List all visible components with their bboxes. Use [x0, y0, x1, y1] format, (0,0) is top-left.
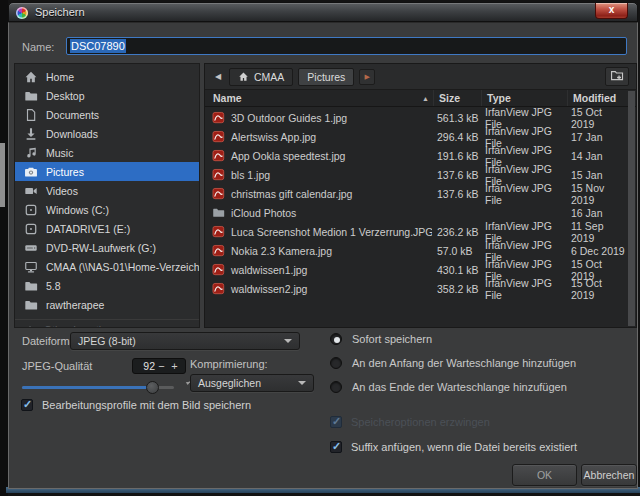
sidebar-item-label: Videos — [46, 185, 78, 197]
file-name: Luca Screenshot Medion 1 Verzerrung.JPG — [231, 226, 432, 238]
sidebar-item-label: 5.8 — [46, 280, 61, 292]
file-name: waldwissen2.jpg — [231, 283, 307, 295]
radio-button[interactable] — [330, 357, 342, 369]
radio-an-den-anfang-der-warteschlange-hinzuf-gen[interactable]: An den Anfang der Warteschlange hinzufüg… — [330, 355, 576, 371]
sidebar-item-pictures[interactable]: Pictures — [15, 162, 199, 181]
file-size: 296.4 kB — [432, 131, 480, 143]
sidebar-item-datadrive1-e[interactable]: DATADRIVE1 (E:) — [15, 219, 199, 238]
file-format-dropdown[interactable]: JPEG (8-bit) — [70, 332, 300, 350]
jpg-file-icon — [212, 130, 225, 143]
download-icon — [24, 127, 38, 141]
music-icon — [24, 146, 38, 160]
file-size: 57.0 kB — [432, 245, 480, 257]
sidebar-item-label: DVD-RW-Laufwerk (G:) — [46, 242, 156, 254]
breadcrumb-root[interactable]: CMAA — [229, 68, 293, 86]
column-header-name[interactable]: Name ▲ — [205, 92, 433, 104]
file-name: Alertswiss App.jpg — [231, 131, 316, 143]
save-profile-checkbox[interactable] — [21, 399, 33, 411]
radio-label: An das Ende der Warteschlange hinzufügen — [352, 381, 567, 393]
breadcrumb-current[interactable]: Pictures — [298, 68, 354, 86]
column-header-type[interactable]: Type — [481, 90, 567, 106]
radio-button[interactable] — [330, 333, 342, 345]
table-row[interactable]: waldwissen2.jpg358.2 kBIrfanView JPG Fil… — [205, 279, 628, 298]
file-size: 561.3 kB — [432, 112, 480, 124]
radio-sofort-speichern[interactable]: Sofort speichern — [330, 331, 576, 347]
file-modified: 16 Jan — [566, 207, 628, 219]
background-app-highlight — [0, 143, 5, 207]
file-size: 430.1 kB — [432, 264, 480, 276]
jpg-file-icon — [212, 111, 225, 124]
file-size: 191.6 kB — [432, 150, 480, 162]
sidebar-item-documents[interactable]: Documents — [15, 105, 199, 124]
file-format-value: JPEG (8-bit) — [78, 335, 136, 347]
jpg-file-icon — [212, 168, 225, 181]
sidebar-item-dvd-rw-laufwerk-g[interactable]: DVD-RW-Laufwerk (G:) — [15, 238, 199, 257]
file-modified: 15 Oct 2019 — [566, 277, 628, 301]
decrement-button[interactable]: − — [155, 359, 168, 373]
column-header-modified[interactable]: Modified — [567, 90, 629, 106]
force-options-label: Speicheroptionen erzwingen — [351, 416, 490, 428]
force-options-checkbox-row: Speicheroptionen erzwingen — [330, 416, 490, 428]
sidebar-item-label: Pictures — [46, 166, 84, 178]
folder-icon — [24, 298, 38, 312]
column-header-size[interactable]: Size — [433, 90, 481, 106]
file-name: bls 1.jpg — [231, 169, 270, 181]
chevron-down-icon — [284, 339, 292, 343]
sidebar-item-label: Downloads — [46, 128, 98, 140]
jpeg-quality-slider[interactable] — [22, 381, 174, 394]
sidebar-item-downloads[interactable]: Downloads — [15, 124, 199, 143]
titlebar[interactable]: Speichern x — [8, 2, 638, 22]
filename-input[interactable]: DSC07890 — [66, 37, 627, 55]
sidebar-item-5-8[interactable]: 5.8 — [15, 276, 199, 295]
slider-thumb[interactable] — [146, 381, 159, 394]
sidebar-item-other-locations[interactable]: Other Locations — [15, 319, 199, 328]
file-browser-pane: ◀ CMAA Pictures ▶ Name ▲ Size Type Modif — [204, 63, 637, 328]
file-size: 137.6 kB — [432, 169, 480, 181]
sidebar-item-videos[interactable]: Videos — [15, 181, 199, 200]
jpg-file-icon — [212, 282, 225, 295]
back-arrow-icon[interactable]: ◀ — [212, 72, 224, 81]
forward-arrow-button[interactable]: ▶ — [359, 69, 375, 85]
new-folder-button[interactable] — [605, 67, 629, 86]
window-title: Speichern — [35, 6, 85, 18]
sidebar-list: HomeDesktopDocumentsDownloadsMusicPictur… — [15, 67, 199, 314]
queue-radio-group: Sofort speichernAn den Anfang der Wartes… — [330, 331, 576, 403]
app-icon — [16, 7, 28, 19]
close-button[interactable]: x — [595, 3, 628, 19]
table-row[interactable]: christmas gift calendar.jpg137.6 kBIrfan… — [205, 184, 628, 203]
save-profile-label: Bearbeitungsprofile mit dem Bild speiche… — [42, 399, 251, 411]
suffix-label: Suffix anfügen, wenn die Datei bereits e… — [351, 441, 577, 453]
jpg-file-icon — [212, 187, 225, 200]
sidebar-item-rawtherapee[interactable]: rawtherapee — [15, 295, 199, 314]
file-list-scrollbar[interactable] — [628, 91, 635, 326]
jpeg-quality-spinner[interactable]: 92 − + — [132, 358, 186, 374]
sidebar-item-desktop[interactable]: Desktop — [15, 86, 199, 105]
file-modified: 11 Sep 2019 — [566, 220, 628, 244]
radio-an-das-ende-der-warteschlange-hinzuf-gen[interactable]: An das Ende der Warteschlange hinzufügen — [330, 379, 576, 395]
radio-label: An den Anfang der Warteschlange hinzufüg… — [352, 357, 576, 369]
sidebar-item-windows-c[interactable]: Windows (C:) — [15, 200, 199, 219]
ok-button[interactable]: OK — [512, 464, 577, 486]
places-sidebar: HomeDesktopDocumentsDownloadsMusicPictur… — [14, 63, 200, 328]
radio-button[interactable] — [330, 381, 342, 393]
sidebar-item-home[interactable]: Home — [15, 67, 199, 86]
cancel-button[interactable]: Abbrechen — [581, 464, 637, 486]
suffix-checkbox[interactable] — [330, 441, 342, 453]
file-modified: 15 Nov 2019 — [566, 182, 628, 206]
file-modified: 6 Dec 2019 — [566, 245, 628, 257]
background-app-strip — [0, 0, 8, 496]
save-dialog: Speichern x Name: DSC07890 HomeDesktopDo… — [8, 2, 638, 489]
suffix-checkbox-row[interactable]: Suffix anfügen, wenn die Datei bereits e… — [330, 441, 577, 453]
save-profile-checkbox-row[interactable]: Bearbeitungsprofile mit dem Bild speiche… — [21, 399, 251, 411]
compression-value: Ausgeglichen — [198, 377, 261, 389]
sidebar-item-label: Home — [46, 71, 74, 83]
path-toolbar: ◀ CMAA Pictures ▶ — [205, 64, 636, 90]
jpeg-quality-value: 92 — [133, 360, 155, 372]
increment-button[interactable]: + — [168, 359, 181, 373]
sidebar-item-cmaa-nas-01-home-verzeichnis-h[interactable]: CMAA (\\NAS-01\Home-Verzeichnis) (H:) — [15, 257, 199, 276]
compression-dropdown[interactable]: Ausgeglichen — [190, 374, 314, 392]
sidebar-item-label: CMAA (\\NAS-01\Home-Verzeichnis) (H:) — [46, 261, 199, 273]
file-name: christmas gift calendar.jpg — [231, 188, 352, 200]
folder-file-icon — [212, 206, 225, 219]
sidebar-item-music[interactable]: Music — [15, 143, 199, 162]
